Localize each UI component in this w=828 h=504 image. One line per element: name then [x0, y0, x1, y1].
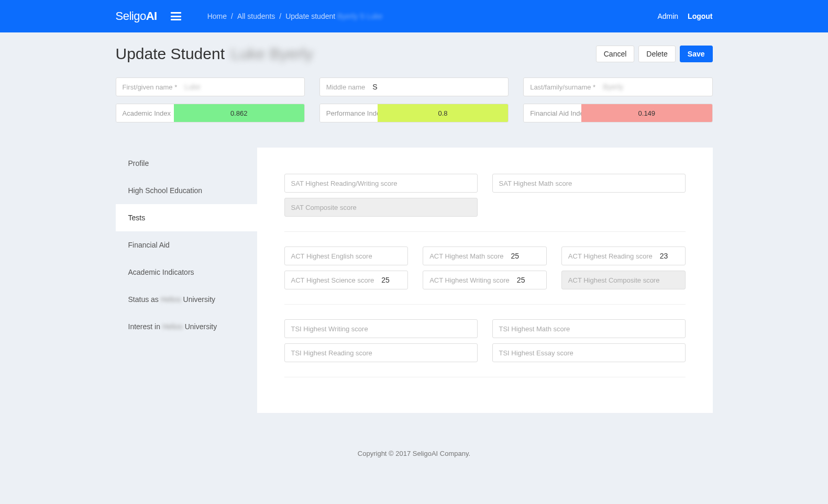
- breadcrumb: Home / All students / Update student Bye…: [207, 12, 383, 20]
- page-title: Update Student Luke Byerly: [116, 45, 313, 63]
- delete-button[interactable]: Delete: [638, 46, 675, 62]
- app-logo: SeligoAI: [116, 9, 157, 23]
- sat-composite-input: SAT Composite score: [284, 198, 478, 217]
- sidebar-item-tests[interactable]: Tests: [116, 204, 257, 231]
- tsi-math-input[interactable]: TSI Highest Math score: [492, 319, 686, 338]
- act-composite-input: ACT Highest Composite score: [561, 271, 686, 289]
- act-english-input[interactable]: ACT Highest English score: [284, 247, 409, 265]
- tests-panel: SAT Highest Reading/Writing score SAT Hi…: [257, 148, 713, 413]
- breadcrumb-update-student: Update student Byerly S Luke: [285, 12, 382, 20]
- act-writing-input[interactable]: ACT Highest Writing score 25: [423, 271, 547, 289]
- first-name-input[interactable]: First/given name * Luke: [116, 77, 305, 96]
- sidebar: Profile High School Education Tests Fina…: [116, 148, 257, 413]
- tsi-essay-input[interactable]: TSI Highest Essay score: [492, 343, 686, 362]
- breadcrumb-home[interactable]: Home: [207, 12, 227, 20]
- sat-math-input[interactable]: SAT Highest Math score: [492, 174, 686, 193]
- academic-index: Academic Index 0.862: [116, 104, 305, 122]
- save-button[interactable]: Save: [680, 46, 713, 62]
- sat-rw-input[interactable]: SAT Highest Reading/Writing score: [284, 174, 478, 193]
- tsi-writing-input[interactable]: TSI Highest Writing score: [284, 319, 478, 338]
- last-name-input[interactable]: Last/family/surname * Byerly: [523, 77, 712, 96]
- act-science-input[interactable]: ACT Highest Science score 25: [284, 271, 409, 289]
- breadcrumb-all-students[interactable]: All students: [237, 12, 275, 20]
- sidebar-item-interest-in-univ[interactable]: Interest in Helios University: [116, 313, 257, 340]
- sidebar-item-profile[interactable]: Profile: [116, 150, 257, 177]
- middle-name-input[interactable]: Middle name S: [319, 77, 509, 96]
- page-actions: Cancel Delete Save: [596, 46, 713, 62]
- act-math-input[interactable]: ACT Highest Math score 25: [423, 247, 547, 265]
- cancel-button[interactable]: Cancel: [596, 46, 635, 62]
- sidebar-item-hs-education[interactable]: High School Education: [116, 177, 257, 204]
- top-header: SeligoAI Home / All students / Update st…: [0, 0, 828, 32]
- admin-link[interactable]: Admin: [657, 12, 678, 20]
- sidebar-item-academic-indicators[interactable]: Academic Indicators: [116, 259, 257, 286]
- act-reading-input[interactable]: ACT Highest Reading score 23: [561, 247, 686, 265]
- performance-index: Performance Index 0.8: [319, 104, 509, 122]
- tsi-reading-input[interactable]: TSI Highest Reading score: [284, 343, 478, 362]
- sidebar-item-status-at-univ[interactable]: Status as Helios University: [116, 286, 257, 313]
- financial-aid-index: Financial Aid Index 0.149: [523, 104, 712, 122]
- footer: Copyright © 2017 SeligoAI Company.: [0, 434, 828, 473]
- sidebar-item-financial-aid[interactable]: Financial Aid: [116, 231, 257, 259]
- menu-toggle-icon[interactable]: [171, 12, 181, 20]
- logout-link[interactable]: Logout: [688, 12, 712, 20]
